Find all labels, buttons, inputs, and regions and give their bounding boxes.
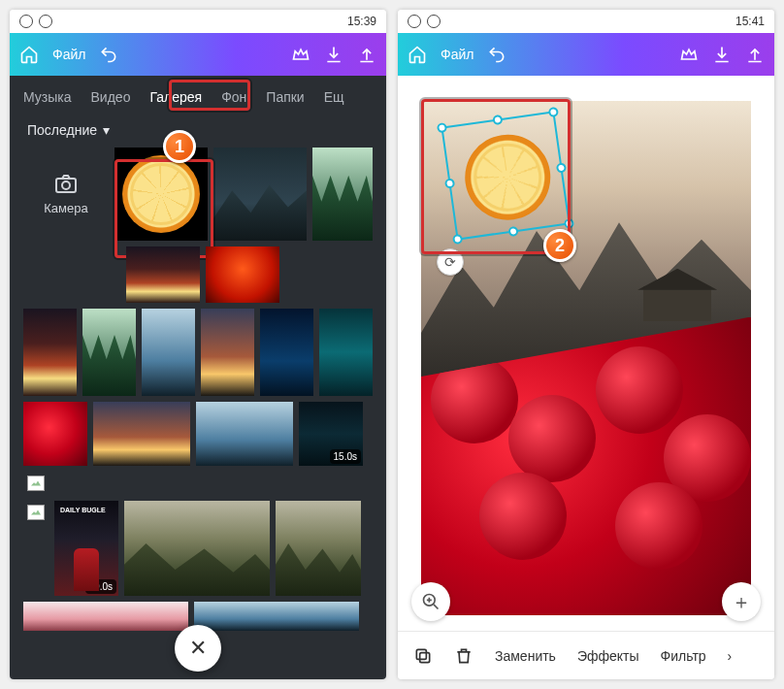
collage-house	[643, 286, 711, 321]
svg-rect-4	[416, 649, 426, 659]
editor-body: ⟳ 2 ＋ Заменить Эффекты Фильтр ›	[398, 76, 774, 679]
file-menu[interactable]: Файл	[441, 47, 474, 62]
annotation-highlight-tab	[169, 80, 250, 111]
duration-badge: 15.0s	[330, 449, 361, 464]
gallery-thumb[interactable]	[93, 402, 190, 466]
broken-image-icon	[27, 505, 45, 520]
status-time: 15:41	[735, 15, 765, 28]
duration-badge: 10.0s	[85, 579, 116, 594]
share-icon[interactable]	[357, 45, 376, 64]
tab-music[interactable]: Музыка	[23, 85, 72, 109]
gallery-thumb[interactable]	[196, 402, 293, 466]
phone-left: 15:39 Файл Музыка Видео Галерея Фон Папк…	[10, 10, 386, 679]
home-icon[interactable]	[19, 45, 39, 64]
recent-dropdown[interactable]: Последние ▾	[10, 109, 386, 144]
trash-icon[interactable]	[454, 646, 474, 666]
download-icon[interactable]	[324, 45, 343, 64]
tab-folders[interactable]: Папки	[266, 85, 304, 109]
annotation-highlight-thumb	[114, 159, 213, 258]
gallery-thumb[interactable]	[319, 309, 373, 396]
duplicate-icon[interactable]	[413, 646, 433, 666]
close-icon: ✕	[189, 636, 207, 661]
gallery-thumb[interactable]	[206, 246, 279, 303]
step-badge-2: 2	[543, 229, 576, 262]
gallery-panel: Музыка Видео Галерея Фон Папки Ещ Послед…	[10, 76, 386, 679]
gallery-thumb[interactable]	[194, 602, 359, 631]
gallery-thumb[interactable]: 15.0s	[299, 402, 363, 466]
gallery-thumb[interactable]	[124, 501, 270, 596]
plus-icon: ＋	[732, 589, 751, 615]
gallery-thumb[interactable]	[126, 246, 200, 303]
crown-icon[interactable]	[679, 45, 699, 64]
download-icon[interactable]	[712, 45, 732, 64]
toolbar-effects[interactable]: Эффекты	[577, 648, 639, 664]
phone-right: 15:41 Файл	[398, 10, 774, 679]
svg-point-1	[62, 181, 70, 189]
notification-icons	[19, 15, 52, 28]
step-badge-1: 1	[163, 130, 196, 163]
camera-icon	[54, 174, 78, 193]
status-time: 15:39	[347, 15, 376, 28]
chevron-right-icon[interactable]: ›	[728, 648, 733, 664]
zoom-button[interactable]	[411, 582, 450, 621]
gallery-thumb[interactable]	[23, 309, 77, 396]
broken-thumb	[23, 501, 49, 596]
notif-icon	[427, 15, 441, 28]
camera-button[interactable]: Камера	[23, 148, 109, 241]
zoom-in-icon	[421, 592, 441, 611]
svg-rect-3	[420, 652, 430, 662]
file-menu[interactable]: Файл	[52, 47, 85, 62]
notif-icon	[19, 15, 33, 28]
canvas-area: ⟳ 2 ＋	[398, 76, 774, 631]
tab-more[interactable]: Ещ	[324, 85, 344, 109]
gallery-thumb[interactable]: DAILY BUGLE 10.0s	[54, 501, 118, 596]
toolbar-replace[interactable]: Заменить	[495, 648, 556, 664]
gallery-thumb[interactable]	[82, 309, 136, 396]
close-button[interactable]: ✕	[175, 625, 221, 672]
status-bar: 15:41	[398, 10, 774, 33]
app-bar: Файл	[398, 33, 774, 76]
broken-thumb	[23, 472, 49, 495]
crown-icon[interactable]	[291, 45, 310, 64]
annotation-highlight-element	[421, 99, 571, 254]
gallery-thumb[interactable]	[142, 309, 195, 396]
status-bar: 15:39	[10, 10, 386, 33]
gallery-thumb[interactable]	[23, 402, 87, 466]
gallery-thumb[interactable]	[213, 148, 307, 241]
home-icon[interactable]	[408, 45, 427, 64]
app-bar: Файл	[10, 33, 386, 76]
notif-icon	[408, 15, 421, 28]
add-button[interactable]: ＋	[722, 582, 761, 621]
gallery-thumb[interactable]	[201, 309, 254, 396]
chevron-down-icon: ▾	[103, 122, 110, 138]
gallery-thumb[interactable]	[23, 602, 188, 631]
notif-icon	[39, 15, 52, 28]
rotate-icon: ⟳	[444, 254, 456, 270]
gallery-thumb[interactable]	[312, 148, 373, 241]
undo-icon[interactable]	[99, 45, 118, 64]
gallery-thumb[interactable]	[260, 309, 313, 396]
notification-icons	[408, 15, 441, 28]
recent-label: Последние	[27, 122, 97, 138]
camera-label: Камера	[44, 201, 87, 215]
broken-image-icon	[27, 476, 45, 491]
bottom-toolbar: Заменить Эффекты Фильтр ›	[398, 631, 774, 679]
toolbar-filter[interactable]: Фильтр	[661, 648, 706, 664]
tab-video[interactable]: Видео	[91, 85, 131, 109]
gallery-thumb[interactable]	[276, 501, 361, 596]
share-icon[interactable]	[745, 45, 765, 64]
undo-icon[interactable]	[487, 45, 506, 64]
